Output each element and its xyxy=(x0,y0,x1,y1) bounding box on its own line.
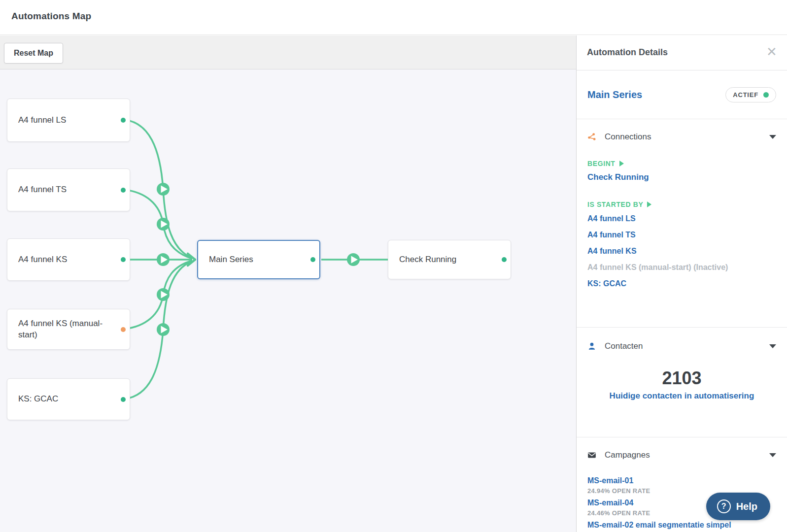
map-node-a4-funnel-ks[interactable]: A4 funnel KS xyxy=(7,238,130,281)
panel-header: Automation Details ✕ xyxy=(577,35,787,70)
started-by-item[interactable]: A4 funnel KS xyxy=(587,243,776,259)
node-label: A4 funnel KS xyxy=(7,254,84,265)
node-status-dot xyxy=(121,257,126,262)
campaign-link[interactable]: MS-email-01 xyxy=(587,475,776,486)
node-status-dot xyxy=(502,257,507,262)
campaigns-envelope-icon xyxy=(587,451,596,460)
play-connector-icon xyxy=(157,323,170,336)
contacts-count: 2103 xyxy=(587,368,776,389)
node-status-dot xyxy=(121,397,126,402)
connections-section: Connections BEGINT Check Running IS STAR… xyxy=(577,119,787,328)
campaigns-heading: Campagnes xyxy=(605,450,650,460)
node-label: A4 funnel TS xyxy=(7,184,83,195)
map-node-a4-funnel-ts[interactable]: A4 funnel TS xyxy=(7,168,130,211)
node-label: A4 funnel KS (manual-start) xyxy=(7,318,130,340)
page-title: Automations Map xyxy=(11,11,91,22)
started-by-item[interactable]: A4 funnel TS xyxy=(587,227,776,243)
automation-name-link[interactable]: Main Series xyxy=(587,89,642,100)
status-dot-icon xyxy=(763,92,769,98)
started-by-item[interactable]: KS: GCAC xyxy=(587,275,776,292)
node-status-dot xyxy=(310,257,315,262)
node-status-dot xyxy=(121,118,126,123)
node-label: A4 funnel LS xyxy=(7,115,83,126)
play-connector-icon xyxy=(157,253,170,266)
begins-group-label: BEGINT xyxy=(587,160,776,167)
begins-item-check-running[interactable]: Check Running xyxy=(587,170,776,184)
connections-icon xyxy=(587,133,596,141)
map-node-a4-funnel-ks-manual-start[interactable]: A4 funnel KS (manual-start) xyxy=(7,309,130,350)
map-node-main-series[interactable]: Main Series xyxy=(197,240,320,279)
help-button-label: Help xyxy=(736,501,757,512)
map-toolbar: Reset Map xyxy=(0,35,576,69)
contacts-caption-link[interactable]: Huidige contacten in automatisering xyxy=(587,391,776,401)
reset-map-button[interactable]: Reset Map xyxy=(4,43,63,64)
node-status-dot xyxy=(121,188,126,193)
app-header: Automations Map xyxy=(0,0,787,35)
contacts-heading: Contacten xyxy=(605,341,643,351)
chevron-down-icon[interactable] xyxy=(769,135,776,139)
connections-heading: Connections xyxy=(605,132,651,142)
map-node-check-running[interactable]: Check Running xyxy=(388,240,511,279)
chevron-down-icon[interactable] xyxy=(769,344,776,348)
play-right-icon xyxy=(647,201,651,207)
started-by-list: A4 funnel LS A4 funnel TS A4 funnel KS A… xyxy=(587,210,776,292)
panel-title: Automation Details xyxy=(587,47,668,58)
status-badge-label: ACTIEF xyxy=(733,91,758,99)
status-badge: ACTIEF xyxy=(725,87,776,102)
contacts-person-icon xyxy=(587,342,596,351)
node-label: Main Series xyxy=(198,254,270,265)
automation-name-row: Main Series ACTIEF xyxy=(577,70,787,119)
play-connector-icon xyxy=(157,183,170,196)
started-by-item[interactable]: A4 funnel LS xyxy=(587,210,776,227)
play-connector-icon xyxy=(347,253,360,266)
node-label: KS: GCAC xyxy=(7,394,75,404)
connections-section-header[interactable]: Connections xyxy=(587,132,776,142)
started-by-group-label: IS STARTED BY xyxy=(587,200,776,208)
help-button[interactable]: ? Help xyxy=(706,493,770,520)
contacts-section-header[interactable]: Contacten xyxy=(587,341,776,351)
map-node-ks-gcac[interactable]: KS: GCAC xyxy=(7,378,130,420)
node-status-dot xyxy=(121,327,126,332)
node-label: Check Running xyxy=(388,254,473,265)
started-by-item-inactive: A4 funnel KS (manual-start) (Inactive) xyxy=(587,259,776,275)
automations-map-canvas[interactable]: A4 funnel LS A4 funnel TS A4 funnel KS A… xyxy=(0,69,576,532)
chevron-down-icon[interactable] xyxy=(769,453,776,457)
contacts-section: Contacten 2103 Huidige contacten in auto… xyxy=(577,328,787,437)
campaign-link[interactable]: MS-email-02 email segmentatie simpel xyxy=(587,519,776,531)
close-icon[interactable]: ✕ xyxy=(765,46,778,59)
campaigns-section-header[interactable]: Campagnes xyxy=(587,450,776,460)
map-node-a4-funnel-ls[interactable]: A4 funnel LS xyxy=(7,99,130,142)
play-connector-icon xyxy=(157,288,170,301)
play-right-icon xyxy=(619,161,624,166)
automation-details-panel: Automation Details ✕ Main Series ACTIEF … xyxy=(576,35,787,532)
play-connector-icon xyxy=(157,218,170,231)
question-mark-icon: ? xyxy=(717,499,731,513)
